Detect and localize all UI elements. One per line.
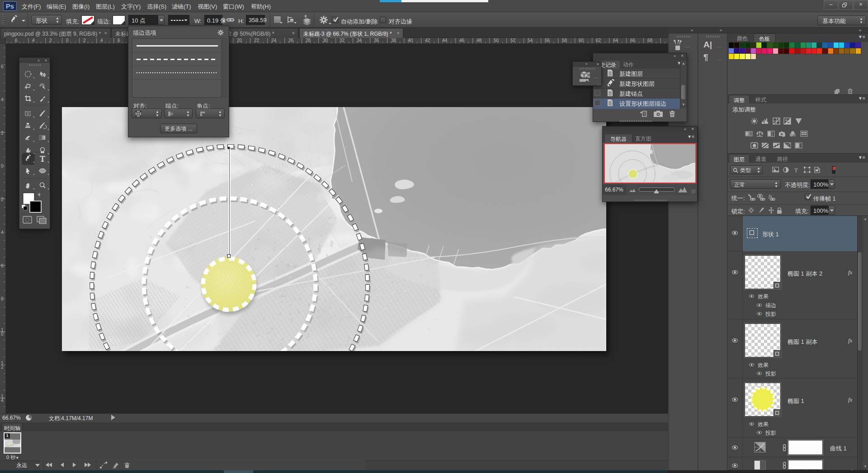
svg-text:fx: fx xyxy=(769,193,772,199)
svg-text:T: T xyxy=(794,167,798,173)
